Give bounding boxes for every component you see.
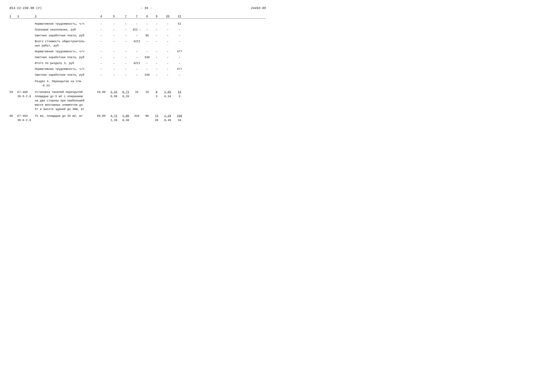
cell-r6-c7: – — [131, 55, 142, 60]
cell-r11-c3-l1: Установка панелей перекрытий — [35, 90, 95, 94]
cell-r8-c11: 477 — [174, 67, 185, 71]
cell-r5-c9: – — [152, 49, 161, 54]
cell-r11-c11-bot: 3 — [179, 94, 180, 98]
cell-r11-c10: I,65 0,34 — [161, 90, 174, 98]
cell-r4-c3-line1: Всего стоимость общестроитель– — [35, 39, 95, 44]
cell-r11-c10-bot: 0,34 — [164, 94, 171, 98]
cell-r8-c9: – — [152, 67, 161, 71]
cell-r5-c3: Нормативная трудоемкость, ч/ч — [35, 49, 95, 54]
cell-r9-c5: – — [107, 73, 120, 77]
cell-r11-c6: 0,7I 0,26 — [120, 90, 131, 98]
cell-r9-c7: – — [131, 73, 142, 77]
col-header-4: 4 — [95, 15, 107, 18]
table-row: Сметная заработная плата, руб – – – – 99… — [9, 34, 266, 38]
table-row: 59 Е7-460 39-5-I.8 Установка панелей пер… — [9, 90, 266, 111]
cell-r11-c5-top: 3,I5 — [110, 90, 117, 94]
table-body: Нормативная трудоемкость, ч/ч – – – – – … — [9, 22, 266, 122]
cell-r4-c4: – — [95, 39, 107, 44]
cell-r9-c3: Сметная заработная плата, руб — [35, 73, 95, 77]
cell-r5-c8: – — [142, 49, 152, 54]
cell-r7-c7: 42II — [131, 61, 142, 65]
table-row: Сметная заработная плата, руб – – – – 33… — [9, 55, 266, 60]
cell-r12-c4: 69,00 — [95, 114, 107, 118]
cell-r7-c4: – — [95, 61, 107, 65]
table-row: Нормативная трудоемкость, ч/ч – – – – – … — [9, 49, 266, 54]
col-header-2: 2 — [17, 15, 35, 18]
cell-r11-c1: 59 — [9, 90, 17, 94]
cell-r7-c11: – — [174, 61, 185, 65]
cell-r3-c5: – — [107, 34, 120, 38]
cell-r5-c10: – — [161, 49, 174, 54]
table-row: Всего стоимость общестроитель– ных работ… — [9, 39, 266, 48]
doc-id-left: ИI4-I2-230.90 (У) — [9, 6, 42, 10]
cell-r9-c6: – — [120, 73, 131, 77]
cell-r11-c9-values: 8 3 — [152, 90, 161, 98]
table-row: Итого по разделу 3, руб – – – 42II – – –… — [9, 61, 266, 65]
cell-r11-c2-line1: Е7-460 — [17, 90, 35, 94]
cell-r11-c8: IO — [142, 90, 152, 94]
col-header-5: 5 — [107, 15, 120, 18]
col-header-9: 9 — [152, 15, 161, 18]
cell-r11-c11-top: I4 — [178, 90, 181, 94]
col-header-3: 3 — [35, 15, 95, 18]
cell-r2-c9: – — [152, 28, 161, 32]
cell-r9-c10: – — [161, 73, 174, 77]
cell-r6-c8: 338 — [142, 55, 152, 60]
cell-r12-c9: 73 26 — [152, 114, 161, 122]
cell-r3-c4: – — [95, 34, 107, 38]
table-row: Нормативная трудоемкость, ч/ч – – – – – … — [9, 67, 266, 71]
cell-r6-c6: – — [120, 55, 131, 60]
col-header-8: 8 — [142, 15, 152, 18]
col-header-11: II — [174, 15, 185, 18]
cell-r9-c9: – — [152, 73, 161, 77]
cell-r12-c2-line2: 39-6-I.8 — [17, 118, 35, 122]
cell-r4-c9: – — [152, 39, 161, 44]
doc-id-right: 24493-05 — [251, 6, 266, 10]
cell-r5-c5: – — [107, 49, 120, 54]
cell-r8-c8: – — [142, 67, 152, 71]
cell-r11-c2: Е7-460 39-5-I.8 — [17, 90, 35, 98]
cell-r2-c7: 3I2 – — [131, 28, 142, 32]
cell-r12-c10-top: 2,29 — [164, 114, 171, 118]
cell-r12-c10: 2,29 0,49 — [161, 114, 174, 122]
cell-r9-c4: – — [95, 73, 107, 77]
cell-r12-c9-values: 73 26 — [152, 114, 161, 122]
col-header-7: 7 — [131, 15, 142, 18]
cell-r12-c6-values: I,06 0,38 — [120, 114, 131, 122]
cell-r3-c7: – — [131, 34, 142, 38]
cell-r6-c10: – — [161, 55, 174, 60]
cell-r1-c5: – — [107, 22, 120, 26]
cell-r8-c7: – — [131, 67, 142, 71]
table-row: 60 Е7-463 39-6-I.8 То же, площадью до IO… — [9, 114, 266, 122]
cell-r5-c7: – — [131, 49, 142, 54]
cell-r7-c3: Итого по разделу 3, руб — [35, 61, 95, 65]
cell-r4-c3-line2: ных работ, руб — [35, 44, 95, 48]
cell-r8-c3: Нормативная трудоемкость, ч/ч — [35, 67, 95, 71]
cell-r3-c6: – — [120, 34, 131, 38]
cell-r12-c3: То же, площадью до IO м2, шт — [35, 114, 95, 118]
cell-r4-c10: – — [161, 39, 174, 44]
page-header: ИI4-I2-230.90 (У) - I6 - 24493-05 — [9, 6, 266, 10]
cell-r2-c8: – — [142, 28, 152, 32]
cell-r11-c5: 3,I5 0,98 — [107, 90, 120, 98]
cell-r5-c6: – — [120, 49, 131, 54]
cell-r6-c5: – — [107, 55, 120, 60]
section-title-line1: Раздел 4. Перекрытие на отм. — [35, 79, 95, 84]
cell-r3-c11: – — [174, 34, 185, 38]
cell-r1-c9: – — [152, 22, 161, 26]
cell-r12-c10-values: 2,29 0,49 — [161, 114, 174, 122]
cell-r11-c5-values: 3,I5 0,98 — [107, 90, 120, 98]
cell-r11-c11-values: I4 3 — [174, 90, 185, 98]
cell-r11-c2-line2: 39-5-I.8 — [17, 94, 35, 98]
cell-r2-c5: – — [107, 28, 120, 32]
cell-r12-c11: I58 34 — [174, 114, 185, 122]
cell-r1-c7: – — [131, 22, 142, 26]
cell-r8-c4: – — [95, 67, 107, 71]
cell-r11-c9-top: 8 — [156, 90, 157, 94]
cell-r6-c11: – — [174, 55, 185, 60]
cell-r4-c8: – — [142, 39, 152, 44]
section-title-line2: -0.33 — [35, 84, 95, 88]
table-column-headers: I 2 3 4 5 7 7 8 9 IO II — [9, 15, 266, 19]
cell-r11-c3: Установка панелей перекрытий площадью до… — [35, 90, 95, 111]
cell-r4-c6: – — [120, 39, 131, 44]
